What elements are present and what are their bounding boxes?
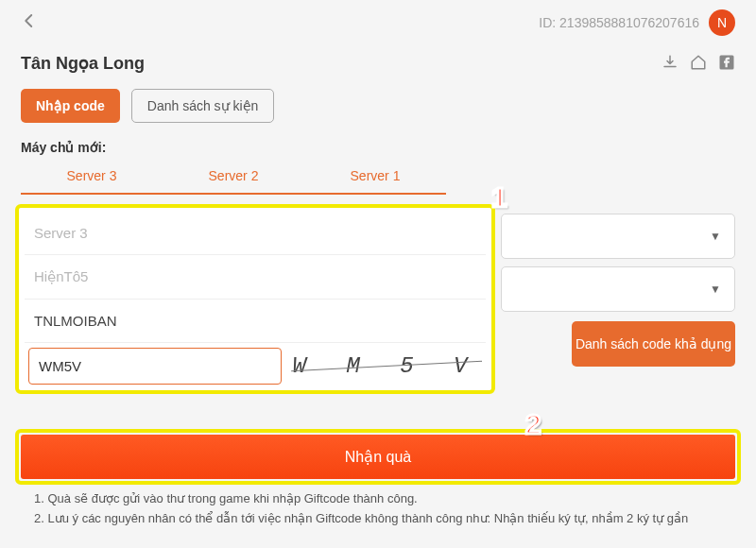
chevron-down-icon: ▼ <box>710 283 721 296</box>
annotation-badge-1: 1 <box>491 181 525 223</box>
server-tab-3[interactable]: Server 3 <box>21 159 163 195</box>
captcha-image[interactable]: W M 5 V <box>291 347 482 385</box>
download-icon[interactable] <box>662 54 679 74</box>
enter-code-tab[interactable]: Nhập code <box>21 89 120 123</box>
captcha-input[interactable] <box>28 348 282 385</box>
note-1: 1. Quà sẽ được gửi vào thư trong game kh… <box>34 491 735 505</box>
giftcode-form-highlight: Server 3 HiệnTô5 TNLMOIBAN W M 5 V <box>15 204 495 394</box>
back-button[interactable] <box>21 10 38 35</box>
character-select-value[interactable]: HiệnTô5 <box>25 255 486 299</box>
character-dropdown[interactable]: ▼ <box>501 266 735 312</box>
facebook-icon[interactable] <box>718 54 735 74</box>
new-servers-label: Máy chủ mới: <box>0 132 756 159</box>
chevron-down-icon: ▼ <box>710 230 721 243</box>
server-tab-2[interactable]: Server 2 <box>163 159 304 195</box>
event-list-tab[interactable]: Danh sách sự kiện <box>131 89 275 123</box>
submit-highlight: Nhận quà <box>15 429 741 485</box>
note-2: 2. Lưu ý các nguyên nhân có thể dẫn tới … <box>34 511 735 525</box>
server-select-value[interactable]: Server 3 <box>25 212 486 254</box>
giftcode-input[interactable]: TNLMOIBAN <box>25 300 486 342</box>
home-icon[interactable] <box>690 54 707 74</box>
avatar[interactable]: N <box>709 9 735 36</box>
annotation-badge-2: 2 <box>525 408 559 450</box>
server-dropdown[interactable]: ▼ <box>501 214 735 259</box>
user-id-text: ID: 2139858881076207616 <box>539 15 699 30</box>
notes-list: 1. Quà sẽ được gửi vào thư trong game kh… <box>34 491 735 531</box>
server-tab-1[interactable]: Server 1 <box>304 159 446 195</box>
page-title: Tân Ngọa Long <box>21 53 145 74</box>
receive-gift-button[interactable]: Nhận quà <box>21 435 735 479</box>
available-codes-button[interactable]: Danh sách code khả dụng <box>572 321 735 367</box>
